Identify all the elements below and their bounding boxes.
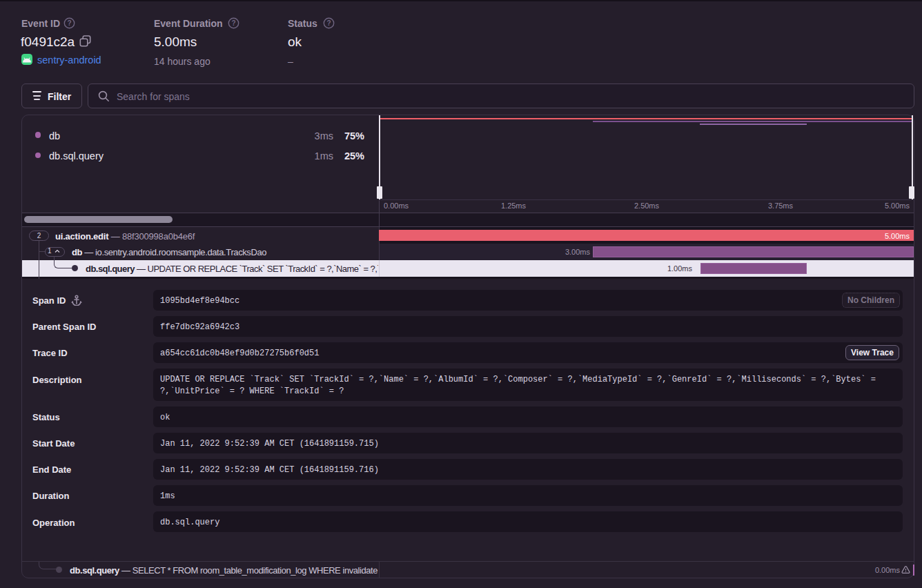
- svg-text:?: ?: [67, 19, 71, 27]
- svg-text:?: ?: [326, 19, 331, 27]
- svg-text:?: ?: [231, 19, 235, 27]
